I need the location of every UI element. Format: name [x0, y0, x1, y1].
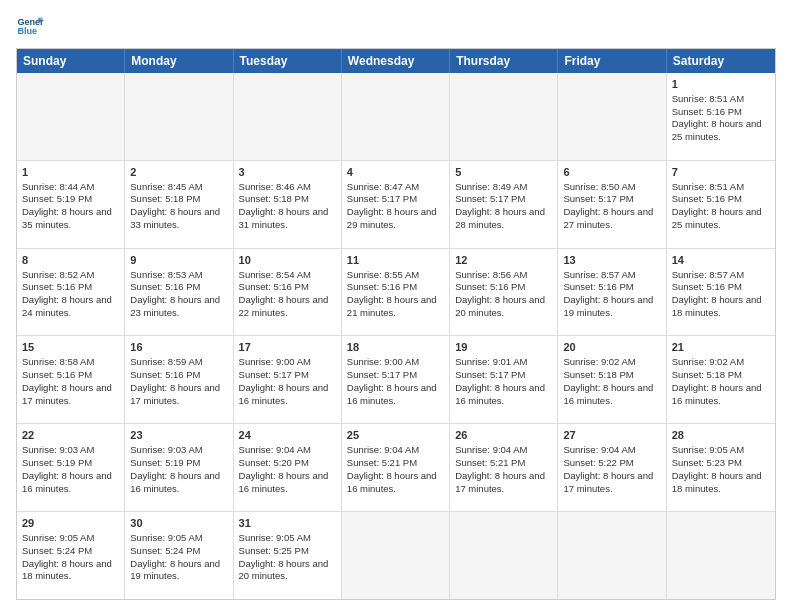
- day-info: Sunrise: 8:46 AM Sunset: 5:18 PM Dayligh…: [239, 181, 329, 230]
- logo-icon: General Blue: [16, 12, 44, 40]
- day-info: Sunrise: 9:02 AM Sunset: 5:18 PM Dayligh…: [672, 356, 762, 405]
- day-cell-24: 24Sunrise: 9:04 AM Sunset: 5:20 PM Dayli…: [234, 424, 342, 511]
- day-cell-1: 1Sunrise: 8:44 AM Sunset: 5:19 PM Daylig…: [17, 161, 125, 248]
- day-cell-25: 25Sunrise: 9:04 AM Sunset: 5:21 PM Dayli…: [342, 424, 450, 511]
- day-info: Sunrise: 8:49 AM Sunset: 5:17 PM Dayligh…: [455, 181, 545, 230]
- day-info: Sunrise: 9:03 AM Sunset: 5:19 PM Dayligh…: [130, 444, 220, 493]
- day-info: Sunrise: 8:57 AM Sunset: 5:16 PM Dayligh…: [672, 269, 762, 318]
- day-cell-31: 31Sunrise: 9:05 AM Sunset: 5:25 PM Dayli…: [234, 512, 342, 599]
- day-info: Sunrise: 8:56 AM Sunset: 5:16 PM Dayligh…: [455, 269, 545, 318]
- day-header-wednesday: Wednesday: [342, 49, 450, 73]
- page: General Blue SundayMondayTuesdayWednesda…: [0, 0, 792, 612]
- day-info: Sunrise: 8:52 AM Sunset: 5:16 PM Dayligh…: [22, 269, 112, 318]
- day-number: 18: [347, 340, 444, 355]
- day-number: 12: [455, 253, 552, 268]
- day-cell-16: 16Sunrise: 8:59 AM Sunset: 5:16 PM Dayli…: [125, 336, 233, 423]
- day-cell-29: 29Sunrise: 9:05 AM Sunset: 5:24 PM Dayli…: [17, 512, 125, 599]
- empty-cell: [450, 73, 558, 160]
- day-cell-28: 28Sunrise: 9:05 AM Sunset: 5:23 PM Dayli…: [667, 424, 775, 511]
- day-cell-3: 3Sunrise: 8:46 AM Sunset: 5:18 PM Daylig…: [234, 161, 342, 248]
- day-number: 27: [563, 428, 660, 443]
- day-number: 1: [22, 165, 119, 180]
- empty-cell: [558, 512, 666, 599]
- day-info: Sunrise: 8:44 AM Sunset: 5:19 PM Dayligh…: [22, 181, 112, 230]
- day-number: 1: [672, 77, 770, 92]
- day-number: 28: [672, 428, 770, 443]
- empty-cell: [125, 73, 233, 160]
- day-number: 10: [239, 253, 336, 268]
- day-number: 19: [455, 340, 552, 355]
- day-info: Sunrise: 8:45 AM Sunset: 5:18 PM Dayligh…: [130, 181, 220, 230]
- day-number: 29: [22, 516, 119, 531]
- day-info: Sunrise: 9:04 AM Sunset: 5:21 PM Dayligh…: [347, 444, 437, 493]
- day-number: 9: [130, 253, 227, 268]
- day-cell-13: 13Sunrise: 8:57 AM Sunset: 5:16 PM Dayli…: [558, 249, 666, 336]
- day-number: 4: [347, 165, 444, 180]
- day-header-monday: Monday: [125, 49, 233, 73]
- day-info: Sunrise: 9:04 AM Sunset: 5:21 PM Dayligh…: [455, 444, 545, 493]
- empty-cell: [450, 512, 558, 599]
- day-number: 22: [22, 428, 119, 443]
- calendar-week-0: 1Sunrise: 8:51 AM Sunset: 5:16 PM Daylig…: [17, 73, 775, 160]
- day-info: Sunrise: 8:47 AM Sunset: 5:17 PM Dayligh…: [347, 181, 437, 230]
- day-info: Sunrise: 9:04 AM Sunset: 5:22 PM Dayligh…: [563, 444, 653, 493]
- logo: General Blue: [16, 12, 44, 40]
- day-cell-19: 19Sunrise: 9:01 AM Sunset: 5:17 PM Dayli…: [450, 336, 558, 423]
- day-number: 5: [455, 165, 552, 180]
- empty-cell: [342, 512, 450, 599]
- day-number: 26: [455, 428, 552, 443]
- day-cell-21: 21Sunrise: 9:02 AM Sunset: 5:18 PM Dayli…: [667, 336, 775, 423]
- day-cell-30: 30Sunrise: 9:05 AM Sunset: 5:24 PM Dayli…: [125, 512, 233, 599]
- day-info: Sunrise: 8:59 AM Sunset: 5:16 PM Dayligh…: [130, 356, 220, 405]
- empty-cell: [17, 73, 125, 160]
- day-number: 3: [239, 165, 336, 180]
- day-cell-6: 6Sunrise: 8:50 AM Sunset: 5:17 PM Daylig…: [558, 161, 666, 248]
- day-cell-18: 18Sunrise: 9:00 AM Sunset: 5:17 PM Dayli…: [342, 336, 450, 423]
- day-info: Sunrise: 8:53 AM Sunset: 5:16 PM Dayligh…: [130, 269, 220, 318]
- day-number: 2: [130, 165, 227, 180]
- day-number: 11: [347, 253, 444, 268]
- day-number: 7: [672, 165, 770, 180]
- day-cell-15: 15Sunrise: 8:58 AM Sunset: 5:16 PM Dayli…: [17, 336, 125, 423]
- day-info: Sunrise: 9:04 AM Sunset: 5:20 PM Dayligh…: [239, 444, 329, 493]
- day-header-sunday: Sunday: [17, 49, 125, 73]
- svg-text:Blue: Blue: [17, 26, 37, 36]
- day-cell-26: 26Sunrise: 9:04 AM Sunset: 5:21 PM Dayli…: [450, 424, 558, 511]
- day-info: Sunrise: 9:03 AM Sunset: 5:19 PM Dayligh…: [22, 444, 112, 493]
- day-number: 23: [130, 428, 227, 443]
- day-number: 16: [130, 340, 227, 355]
- day-info: Sunrise: 8:50 AM Sunset: 5:17 PM Dayligh…: [563, 181, 653, 230]
- day-cell-11: 11Sunrise: 8:55 AM Sunset: 5:16 PM Dayli…: [342, 249, 450, 336]
- calendar-body: 1Sunrise: 8:51 AM Sunset: 5:16 PM Daylig…: [17, 73, 775, 599]
- day-cell-10: 10Sunrise: 8:54 AM Sunset: 5:16 PM Dayli…: [234, 249, 342, 336]
- day-info: Sunrise: 9:05 AM Sunset: 5:24 PM Dayligh…: [130, 532, 220, 581]
- calendar-week-2: 8Sunrise: 8:52 AM Sunset: 5:16 PM Daylig…: [17, 248, 775, 336]
- day-info: Sunrise: 8:55 AM Sunset: 5:16 PM Dayligh…: [347, 269, 437, 318]
- day-number: 8: [22, 253, 119, 268]
- day-header-friday: Friday: [558, 49, 666, 73]
- day-number: 15: [22, 340, 119, 355]
- day-info: Sunrise: 8:54 AM Sunset: 5:16 PM Dayligh…: [239, 269, 329, 318]
- calendar-header: SundayMondayTuesdayWednesdayThursdayFrid…: [17, 49, 775, 73]
- day-number: 13: [563, 253, 660, 268]
- empty-cell: [558, 73, 666, 160]
- day-number: 6: [563, 165, 660, 180]
- day-cell-9: 9Sunrise: 8:53 AM Sunset: 5:16 PM Daylig…: [125, 249, 233, 336]
- day-cell-23: 23Sunrise: 9:03 AM Sunset: 5:19 PM Dayli…: [125, 424, 233, 511]
- day-cell-14: 14Sunrise: 8:57 AM Sunset: 5:16 PM Dayli…: [667, 249, 775, 336]
- day-cell-2: 2Sunrise: 8:45 AM Sunset: 5:18 PM Daylig…: [125, 161, 233, 248]
- day-cell-12: 12Sunrise: 8:56 AM Sunset: 5:16 PM Dayli…: [450, 249, 558, 336]
- day-number: 21: [672, 340, 770, 355]
- day-cell-17: 17Sunrise: 9:00 AM Sunset: 5:17 PM Dayli…: [234, 336, 342, 423]
- day-cell-22: 22Sunrise: 9:03 AM Sunset: 5:19 PM Dayli…: [17, 424, 125, 511]
- calendar-week-5: 29Sunrise: 9:05 AM Sunset: 5:24 PM Dayli…: [17, 511, 775, 599]
- day-info: Sunrise: 9:05 AM Sunset: 5:24 PM Dayligh…: [22, 532, 112, 581]
- calendar-week-4: 22Sunrise: 9:03 AM Sunset: 5:19 PM Dayli…: [17, 423, 775, 511]
- day-header-tuesday: Tuesday: [234, 49, 342, 73]
- day-number: 17: [239, 340, 336, 355]
- empty-cell: [667, 512, 775, 599]
- day-info: Sunrise: 9:05 AM Sunset: 5:23 PM Dayligh…: [672, 444, 762, 493]
- day-info: Sunrise: 9:00 AM Sunset: 5:17 PM Dayligh…: [347, 356, 437, 405]
- calendar: SundayMondayTuesdayWednesdayThursdayFrid…: [16, 48, 776, 600]
- day-info: Sunrise: 9:00 AM Sunset: 5:17 PM Dayligh…: [239, 356, 329, 405]
